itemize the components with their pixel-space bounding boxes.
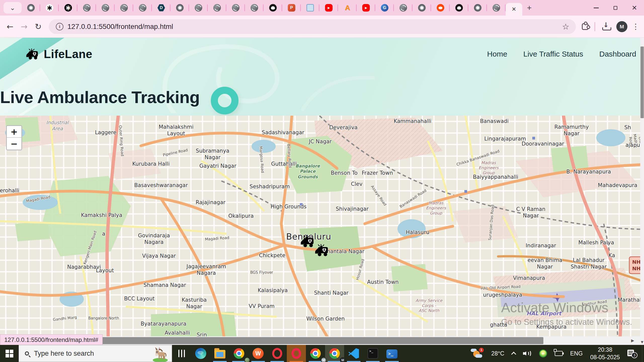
scroll-down-arrow-icon[interactable]: ▼	[640, 340, 644, 344]
tab-chrome[interactable]	[22, 0, 40, 16]
reload-button[interactable]: ↻	[31, 20, 45, 34]
tab-dhex[interactable]	[152, 0, 171, 16]
tab-close-icon[interactable]: ✕	[512, 6, 516, 13]
tab-globe[interactable]	[394, 0, 413, 16]
tab-ppt[interactable]	[282, 0, 301, 16]
downloads-icon[interactable]	[602, 23, 610, 30]
minimize-button[interactable]	[587, 0, 606, 16]
taskbar-opera[interactable]	[268, 345, 287, 362]
taskbar-chrome-profile-2[interactable]: M	[306, 345, 325, 362]
tab-gblue[interactable]	[375, 0, 394, 16]
taskbar-opera-gx[interactable]	[287, 345, 306, 362]
nav-dashboard[interactable]: Dashboard	[599, 50, 636, 58]
map-label: eevan Bhima Nagar	[528, 257, 562, 270]
leaflet-map[interactable]: Industrial AreaLaggereMahalakshmi Layout…	[0, 116, 640, 336]
search-highlight-donkey-image[interactable]	[152, 347, 168, 362]
github-favicon	[269, 4, 277, 12]
battery-plugged-icon[interactable]	[555, 351, 563, 356]
tab-gptw[interactable]	[40, 0, 59, 16]
zoom-out-button[interactable]: −	[7, 138, 21, 150]
back-button[interactable]: ←	[3, 20, 17, 34]
start-button[interactable]	[0, 345, 19, 362]
map-label: Seshadripuram	[250, 183, 290, 190]
tab-globe[interactable]	[115, 0, 133, 16]
tab-search-chevron-button[interactable]: ⌄	[4, 2, 22, 14]
tab-gptb[interactable]	[59, 0, 77, 16]
tab-bluerect[interactable]	[301, 0, 319, 16]
taskbar-wps-office[interactable]	[249, 345, 268, 362]
tab-globe[interactable]	[189, 0, 208, 16]
forward-button[interactable]: →	[17, 20, 31, 34]
map-label: Clev	[351, 181, 363, 187]
vertical-scrollbar-thumb[interactable]	[640, 47, 644, 118]
weather-icon[interactable]: 1	[471, 348, 484, 359]
notification-count-badge: 3	[631, 352, 637, 358]
brand[interactable]: LifeLane	[26, 47, 92, 61]
browser-menu-icon[interactable]: ⋮	[632, 22, 639, 31]
tab-globe[interactable]	[77, 0, 96, 16]
url-text[interactable]: 127.0.0.1:5500/frontend/map.html	[67, 23, 562, 31]
map-label: Bellary Road	[286, 144, 292, 168]
new-tab-button[interactable]: +	[522, 2, 536, 14]
tab-yt[interactable]	[357, 0, 375, 16]
notification-center-icon[interactable]: 3	[627, 350, 636, 357]
ambulance-marker-2[interactable]	[314, 244, 331, 258]
page-viewport: LifeLane Home Live Traffic Status Dashbo…	[0, 38, 640, 345]
volume-icon[interactable]	[523, 350, 532, 357]
tab-yt[interactable]	[319, 0, 338, 16]
powershell-icon	[386, 349, 397, 358]
active-tab[interactable]: ✕	[506, 3, 522, 16]
taskbar-vscode[interactable]	[344, 345, 363, 362]
tab-aorange[interactable]	[338, 0, 357, 16]
ppt-favicon	[288, 4, 295, 12]
zoom-in-button[interactable]: +	[7, 126, 21, 138]
input-language[interactable]: ENG	[570, 350, 583, 357]
tab-globe[interactable]	[208, 0, 226, 16]
show-desktop-button[interactable]	[642, 345, 644, 362]
address-bar[interactable]: i 127.0.0.1:5500/frontend/map.html ☆	[49, 19, 576, 34]
taskbar-edge[interactable]	[191, 345, 210, 362]
running-indicator	[213, 361, 227, 362]
tab-globe[interactable]	[487, 0, 506, 16]
tab-github[interactable]	[450, 0, 468, 16]
close-button[interactable]: ✕	[625, 0, 644, 16]
taskbar-chrome-profile-1[interactable]	[229, 345, 249, 362]
tab-globe[interactable]	[96, 0, 115, 16]
bookmark-star-icon[interactable]: ☆	[562, 22, 569, 31]
taskbar-file-explorer[interactable]	[210, 345, 229, 362]
clock[interactable]: 20:38 08-05-2025	[590, 346, 620, 361]
horizontal-scrollbar-thumb[interactable]	[49, 337, 543, 344]
tab-chrome[interactable]	[413, 0, 431, 16]
globe-favicon	[195, 4, 202, 12]
taskbar-task-view[interactable]	[172, 345, 191, 362]
tab-chrome[interactable]	[468, 0, 487, 16]
ambulance-marker-1[interactable]	[300, 235, 316, 249]
vertical-scrollbar[interactable]: ▼	[640, 38, 644, 345]
extensions-icon[interactable]	[582, 23, 588, 30]
tab-chrome[interactable]	[171, 0, 189, 16]
tab-github[interactable]	[264, 0, 282, 16]
temperature[interactable]: 28°C	[491, 350, 504, 357]
taskbar-terminal[interactable]	[363, 345, 382, 362]
map-label: Avalahalli	[165, 330, 190, 336]
tab-globe[interactable]	[133, 0, 152, 16]
nav-home[interactable]: Home	[487, 50, 507, 58]
scroll-right-arrow-icon[interactable]: ▶	[631, 338, 634, 343]
site-info-icon[interactable]: i	[56, 23, 63, 30]
tab-reddit[interactable]	[431, 0, 450, 16]
taskbar-search[interactable]: Type here to search	[19, 345, 172, 362]
profile-avatar[interactable]: M	[616, 21, 627, 32]
window-controls: ✕	[587, 0, 644, 16]
taskbar-powershell[interactable]	[382, 345, 401, 362]
nav-live-traffic-status[interactable]: Live Traffic Status	[523, 50, 583, 58]
tab-globe[interactable]	[226, 0, 245, 16]
yt-favicon	[362, 4, 370, 12]
windows-logo-icon	[6, 350, 13, 357]
restore-button[interactable]	[606, 0, 625, 16]
antivirus-tray-icon[interactable]: +	[539, 349, 547, 357]
running-indicator	[251, 361, 265, 362]
tray-overflow-chevron-icon[interactable]	[511, 352, 516, 357]
map-label: Shanti Nagar	[314, 290, 349, 296]
taskbar-chrome-profile-3[interactable]: M	[325, 345, 344, 362]
tab-globe[interactable]	[245, 0, 264, 16]
